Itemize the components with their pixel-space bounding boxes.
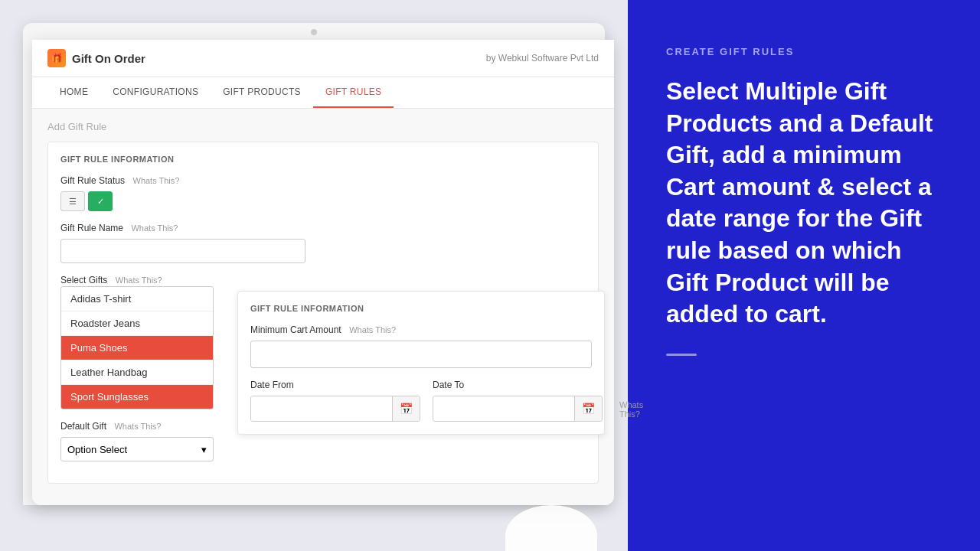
date-whats-this: Whats This?	[619, 400, 643, 419]
app-header: 🎁 Gift On Order by Webkul Software Pvt L…	[32, 40, 614, 77]
gift-item-puma[interactable]: Puma Shoes	[61, 336, 213, 360]
browser-tab-bar	[32, 29, 596, 35]
gift-rule-name-input[interactable]	[60, 239, 305, 263]
date-to-input[interactable]	[433, 396, 574, 421]
gift-item-roadster[interactable]: Roadster Jeans	[61, 311, 213, 336]
date-to-field: Date To 📅	[433, 377, 603, 422]
app-nav: HOME CONFIGURATIONS GIFT PRODUCTS GIFT R…	[32, 77, 614, 109]
toggle-check-btn[interactable]: ✓	[88, 191, 113, 211]
name-whats-this: Whats This?	[131, 223, 178, 233]
status-whats-this: Whats This?	[133, 176, 180, 185]
right-panel: CREATE GIFT RULES Select Multiple Gift P…	[628, 0, 980, 551]
min-cart-input[interactable]	[250, 341, 592, 368]
left-panel: 🎁 Gift On Order by Webkul Software Pvt L…	[0, 0, 628, 551]
select-gifts-whats-this: Whats This?	[116, 276, 162, 285]
gift-rule-status-field: Gift Rule Status Whats This? ☰ ✓	[60, 173, 586, 211]
white-arc-decoration	[505, 505, 597, 551]
status-label: Gift Rule Status	[60, 175, 125, 186]
toggle-check-icon: ✓	[97, 197, 104, 207]
page-breadcrumb: Add Gift Rule	[47, 121, 599, 132]
date-from-input[interactable]	[251, 396, 392, 421]
default-gift-label: Default Gift	[60, 421, 106, 432]
logo-icon: 🎁	[47, 49, 66, 67]
form-card-2: GIFT RULE INFORMATION Minimum Cart Amoun…	[237, 291, 605, 435]
select-gifts-label: Select Gifts	[60, 275, 107, 285]
form1-section-title: GIFT RULE INFORMATION	[60, 155, 586, 164]
nav-gift-products[interactable]: GIFT PRODUCTS	[211, 77, 313, 108]
min-cart-whats-this: Whats This?	[349, 325, 396, 334]
date-row: Date From 📅 Date To 📅 Whats This?	[250, 377, 592, 422]
date-from-field: Date From 📅	[250, 377, 420, 422]
form2-section-title: GIFT RULE INFORMATION	[250, 304, 592, 313]
status-toggle: ☰ ✓	[60, 191, 586, 211]
date-whats-this-wrapper: Whats This?	[615, 377, 643, 422]
min-cart-label: Minimum Cart Amount	[250, 324, 341, 335]
date-from-calendar-icon[interactable]: 📅	[392, 396, 420, 421]
gift-item-sport[interactable]: Sport Sunglasses	[61, 385, 213, 409]
name-label: Gift Rule Name	[60, 223, 123, 233]
nav-gift-rules[interactable]: GIFT RULES	[313, 77, 394, 108]
default-gift-whats-this: Whats This?	[114, 422, 161, 431]
app-window: 🎁 Gift On Order by Webkul Software Pvt L…	[32, 40, 614, 505]
date-from-label: Date From	[250, 380, 294, 390]
browser-dot	[311, 29, 317, 35]
date-to-calendar-icon[interactable]: 📅	[574, 396, 602, 421]
min-cart-field: Minimum Cart Amount Whats This?	[250, 322, 592, 368]
nav-home[interactable]: HOME	[47, 77, 100, 108]
toggle-list-btn[interactable]: ☰	[60, 191, 85, 211]
create-gift-eyebrow: CREATE GIFT RULES	[666, 46, 942, 57]
default-gift-select[interactable]: Option Select ▾	[60, 437, 214, 461]
gift-rule-name-field: Gift Rule Name Whats This?	[60, 220, 586, 263]
gift-item-leather[interactable]: Leather Handbag	[61, 360, 213, 385]
date-from-wrapper: 📅	[250, 396, 420, 422]
select-option-label: Option Select	[67, 444, 127, 455]
toggle-list-icon: ☰	[69, 197, 77, 207]
app-logo: 🎁 Gift On Order	[47, 49, 145, 67]
select-chevron-icon: ▾	[201, 444, 207, 455]
app-title: Gift On Order	[72, 52, 145, 65]
date-to-wrapper: 📅	[433, 396, 603, 422]
app-by-label: by Webkul Software Pvt Ltd	[486, 53, 599, 64]
divider-line	[666, 354, 697, 356]
nav-configurations[interactable]: CONFIGURATIONS	[100, 77, 211, 108]
create-gift-description: Select Multiple Gift Products and a Defa…	[666, 76, 942, 331]
gift-item-adidas[interactable]: Adidas T-shirt	[61, 287, 213, 311]
gifts-dropdown: Adidas T-shirt Roadster Jeans Puma Shoes…	[60, 286, 214, 409]
date-to-label: Date To	[433, 380, 464, 390]
